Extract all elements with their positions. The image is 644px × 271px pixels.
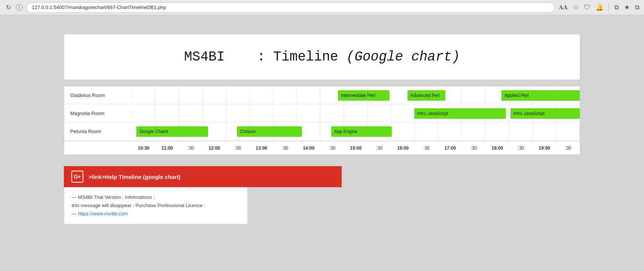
event-bar[interactable]: Intro JavaScript	[510, 108, 580, 119]
grid-cell	[155, 86, 179, 104]
grid-cell	[132, 86, 155, 104]
grid-cell	[250, 104, 273, 122]
shield-icon[interactable]: 🛡	[584, 4, 590, 11]
browser-chrome: ↻ i 127.0.0.1:54007/mandragorechart/667-…	[0, 0, 644, 15]
time-label: :30	[320, 145, 344, 151]
time-label: 14:00	[297, 145, 321, 151]
favorites-icon[interactable]: ★	[624, 3, 630, 11]
info-line2: this message will disappear : Purchase P…	[72, 201, 240, 210]
grid-cell	[344, 104, 368, 122]
grid-cell	[226, 86, 250, 104]
row-content: Intermediate PerlAdvanced PerlApplied Pe…	[132, 86, 580, 104]
time-label: 17:00	[438, 145, 462, 151]
time-label: 16:00	[391, 145, 415, 151]
info-box: — MS4BI Trial Version : Informations : t…	[64, 187, 248, 224]
link-bar[interactable]: G+ >link>Help Timeline (google chart)	[64, 166, 342, 187]
grid-cell	[438, 123, 462, 140]
timeline-rows: Gladiolus RoomIntermediate PerlAdvanced …	[64, 86, 580, 141]
split-view-icon[interactable]: ⧉	[614, 4, 619, 11]
link-label: >link>Help Timeline (google chart)	[89, 174, 181, 180]
grid-cell	[486, 123, 509, 140]
page-title: MS4BI : Timeline (Google chart)	[87, 49, 557, 65]
time-label: :30	[556, 145, 580, 151]
browser-action-icons: 𝐀𝐀 ☆ 🛡 🔔 ⧉ ★ ⧉	[559, 3, 639, 11]
grid-cell	[391, 104, 415, 122]
row-label: Gladiolus Room	[64, 92, 132, 98]
time-label: 11:00	[155, 145, 179, 151]
grid-cell	[226, 104, 250, 122]
grid-cell	[320, 104, 344, 122]
translate-icon[interactable]: 𝐀𝐀	[559, 4, 568, 11]
grid-cell	[462, 123, 486, 140]
time-label: :30	[462, 145, 486, 151]
grid-cell	[273, 86, 297, 104]
time-label: :30	[226, 145, 250, 151]
event-bar[interactable]: App Engine	[331, 126, 392, 137]
chart-container: Gladiolus RoomIntermediate PerlAdvanced …	[64, 86, 580, 155]
grid-cell	[462, 86, 486, 104]
grid-cell	[202, 86, 226, 104]
info-line1: — MS4BI Trial Version : Informations :	[72, 193, 240, 201]
row-label: Petunia Room	[64, 129, 132, 134]
event-bar[interactable]: Advanced Perl	[407, 90, 445, 101]
time-axis: 10:3011:00:3012:00:3013:00:3014:00:3015:…	[64, 141, 580, 154]
separator	[609, 4, 609, 11]
grid-cell	[297, 104, 321, 122]
grid-cell	[179, 86, 203, 104]
row-content: Google ChartsClosureApp Engine	[132, 123, 580, 140]
reload-button[interactable]: ↻	[5, 4, 12, 11]
row-label: Magnolia Room	[64, 111, 132, 116]
event-bar[interactable]: Applied Perl	[501, 90, 580, 101]
grid-cell	[509, 123, 533, 140]
grid-cell	[273, 104, 297, 122]
time-label: 18:00	[486, 145, 509, 151]
table-row: Petunia RoomGoogle ChartsClosureApp Engi…	[64, 123, 580, 141]
extensions-icon[interactable]: 🔔	[596, 3, 603, 11]
info-button[interactable]: i	[16, 4, 23, 11]
grid-cell	[368, 104, 391, 122]
gplus-icon: G+	[71, 171, 83, 183]
event-bar[interactable]: Intermediate Perl	[338, 90, 389, 101]
event-bar[interactable]: Closure	[237, 126, 302, 137]
grid-cell	[132, 104, 155, 122]
info-line3: — https://www.ms4bi.com	[72, 210, 240, 218]
grid-cell	[391, 123, 415, 140]
table-row: Gladiolus RoomIntermediate PerlAdvanced …	[64, 86, 580, 104]
url-text: 127.0.0.1:54007/mandragorechart/667-Char…	[32, 5, 166, 10]
row-content: Intro JavaScriptIntro JavaScript	[132, 104, 580, 122]
grid-cell	[250, 86, 273, 104]
grid-cell	[179, 104, 203, 122]
event-bar[interactable]: Intro JavaScript	[414, 108, 506, 119]
tab-groups-icon[interactable]: ⧉	[635, 4, 639, 11]
time-label: :30	[368, 145, 391, 151]
timeline-wrapper: Gladiolus RoomIntermediate PerlAdvanced …	[64, 86, 580, 154]
grid-cell	[202, 104, 226, 122]
page-content: MS4BI : Timeline (Google chart) Gladiolu…	[0, 15, 644, 236]
table-row: Magnolia RoomIntro JavaScriptIntro JavaS…	[64, 104, 580, 123]
time-label: 19:00	[533, 145, 557, 151]
grid-cell	[556, 123, 580, 140]
event-bar[interactable]: Google Charts	[136, 126, 208, 137]
bookmark-icon[interactable]: ☆	[573, 3, 579, 11]
time-label: 10:30	[132, 145, 155, 151]
time-label: 13:00	[250, 145, 273, 151]
grid-cell	[533, 123, 557, 140]
time-label: :30	[273, 145, 297, 151]
time-label: :30	[179, 145, 203, 151]
time-label: 15:00	[344, 145, 368, 151]
ms4bi-link[interactable]: https://www.ms4bi.com	[78, 211, 128, 216]
title-card: MS4BI : Timeline (Google chart)	[64, 34, 580, 80]
grid-cell	[297, 86, 321, 104]
grid-cell	[415, 123, 439, 140]
gplus-text: G+	[74, 174, 81, 180]
time-label: :30	[509, 145, 533, 151]
url-bar[interactable]: 127.0.0.1:54007/mandragorechart/667-Char…	[26, 2, 555, 13]
time-label: 12:00	[202, 145, 226, 151]
time-label: :30	[415, 145, 439, 151]
grid-cell	[155, 104, 179, 122]
